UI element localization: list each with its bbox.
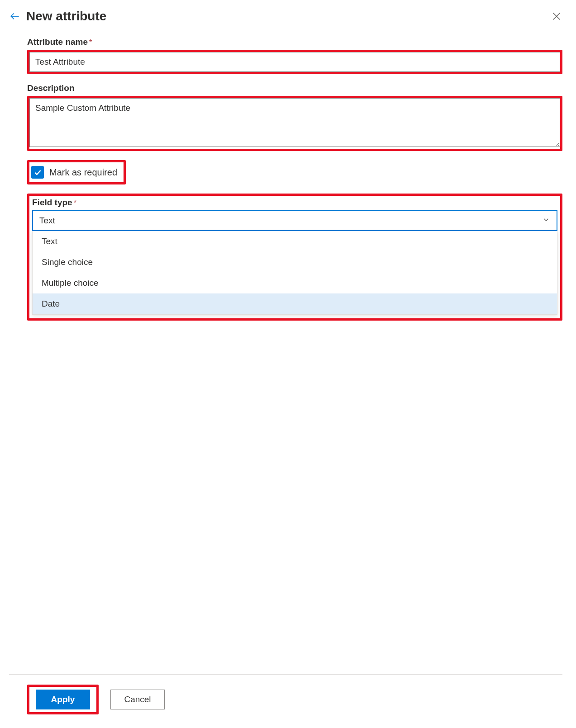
attribute-name-field: Attribute name* bbox=[27, 37, 562, 74]
close-icon[interactable] bbox=[551, 10, 562, 22]
field-type-option-multiple-choice[interactable]: Multiple choice bbox=[33, 273, 557, 293]
field-type-label: Field type bbox=[32, 198, 72, 208]
field-type-select[interactable]: Text bbox=[32, 210, 557, 231]
chevron-down-icon bbox=[542, 216, 550, 226]
field-type-field: Field type* Text Text Single choice Mult… bbox=[27, 194, 562, 321]
cancel-button[interactable]: Cancel bbox=[110, 690, 165, 709]
field-type-option-single-choice[interactable]: Single choice bbox=[33, 252, 557, 273]
panel-footer: Apply Cancel bbox=[9, 674, 562, 728]
mark-required-field: Mark as required bbox=[27, 160, 562, 184]
required-indicator-icon: * bbox=[74, 199, 76, 207]
field-type-selected-value: Text bbox=[39, 216, 55, 226]
description-field: Description bbox=[27, 83, 562, 151]
panel-title: New attribute bbox=[26, 9, 106, 24]
attribute-name-input[interactable] bbox=[29, 52, 560, 72]
attribute-name-label: Attribute name bbox=[27, 37, 88, 47]
mark-required-label: Mark as required bbox=[49, 167, 117, 178]
panel-header: New attribute bbox=[9, 9, 562, 24]
description-input[interactable] bbox=[29, 98, 560, 147]
field-type-option-date[interactable]: Date bbox=[33, 293, 557, 314]
mark-required-checkbox[interactable] bbox=[31, 166, 44, 179]
field-type-dropdown: Text Single choice Multiple choice Date bbox=[32, 231, 557, 315]
description-label: Description bbox=[27, 83, 75, 93]
apply-button[interactable]: Apply bbox=[36, 690, 90, 709]
required-indicator-icon: * bbox=[89, 38, 92, 46]
field-type-option-text[interactable]: Text bbox=[33, 231, 557, 252]
back-arrow-icon[interactable] bbox=[9, 10, 21, 22]
